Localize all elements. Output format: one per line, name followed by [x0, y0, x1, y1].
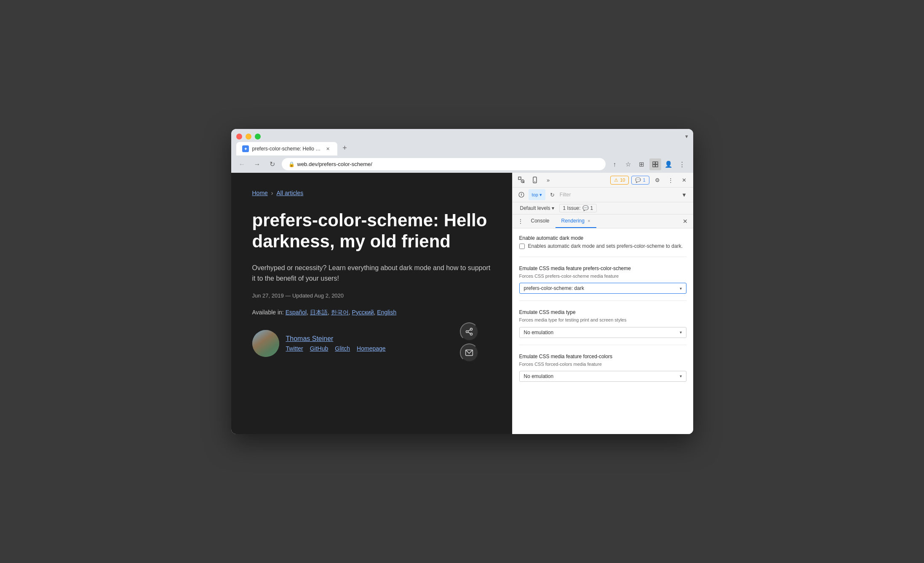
- author-glitch-link[interactable]: Glitch: [335, 345, 350, 352]
- rendering-tab-close[interactable]: ×: [588, 218, 590, 223]
- lang-english-link[interactable]: English: [377, 309, 396, 316]
- forward-button[interactable]: →: [251, 158, 263, 170]
- media-type-dropdown-arrow: ▾: [680, 330, 682, 335]
- author-avatar: [252, 330, 279, 357]
- toolbar: ← → ↻ 🔒 web.dev/prefers-color-scheme/ ↑ …: [231, 155, 693, 173]
- issues-label: 1 Issue:: [563, 205, 581, 211]
- author-homepage-link[interactable]: Homepage: [357, 345, 386, 352]
- svg-point-4: [470, 328, 472, 330]
- chat-count: 1: [643, 177, 645, 182]
- breadcrumb-articles-link[interactable]: All articles: [277, 190, 304, 196]
- devtools-forced-colors-section: Emulate CSS media feature forced-colors …: [519, 354, 686, 389]
- tab-close-button[interactable]: ✕: [325, 145, 331, 152]
- devtools-tab-menu-button[interactable]: ⋮: [516, 217, 525, 226]
- article-description: Overhyped or necessity? Learn everything…: [252, 263, 491, 284]
- email-article-button[interactable]: [460, 343, 478, 362]
- devtools-color-scheme-section: Emulate CSS media feature prefers-color-…: [519, 265, 686, 301]
- author-name-link[interactable]: Thomas Steiner: [286, 335, 386, 343]
- devtools-top-selector[interactable]: top ▾: [529, 189, 545, 200]
- back-button[interactable]: ←: [236, 158, 248, 170]
- lang-espanol-link[interactable]: Español: [286, 309, 307, 316]
- article-title: prefers-color-scheme: Hello darkness, my…: [252, 210, 491, 252]
- dark-mode-checkbox[interactable]: [519, 244, 525, 249]
- color-scheme-dropdown-arrow: ▾: [680, 286, 682, 291]
- close-window-button[interactable]: [236, 134, 242, 139]
- share-button[interactable]: ↑: [609, 158, 621, 170]
- forced-colors-dropdown[interactable]: No emulation ▾: [519, 371, 686, 382]
- author-twitter-link[interactable]: Twitter: [286, 345, 303, 352]
- breadcrumb: Home › All articles: [252, 190, 491, 196]
- devtools-inspector-button[interactable]: [516, 174, 527, 185]
- profile-button[interactable]: 👤: [663, 158, 675, 170]
- tab-title: prefers-color-scheme: Hello d...: [252, 146, 321, 152]
- author-section: Thomas Steiner Twitter GitHub Glitch Hom…: [252, 330, 386, 357]
- svg-rect-2: [653, 164, 655, 167]
- svg-line-7: [468, 332, 470, 333]
- devtools-panel-close-button[interactable]: ✕: [681, 217, 690, 226]
- devtools-more-panels-button[interactable]: »: [543, 174, 554, 185]
- devtools-filter-label: Filter: [560, 192, 571, 198]
- devtools-filter-toolbar: top ▾ ↻ Filter ▼: [513, 188, 693, 202]
- author-info: Thomas Steiner Twitter GitHub Glitch Hom…: [286, 335, 386, 352]
- available-in-label: Available in:: [252, 309, 284, 316]
- devtools-device-button[interactable]: [529, 174, 540, 185]
- breadcrumb-home-link[interactable]: Home: [252, 190, 268, 196]
- dropdown-btn[interactable]: ▾: [685, 133, 688, 139]
- color-scheme-dropdown[interactable]: prefers-color-scheme: dark ▾: [519, 283, 686, 294]
- browser-window: ▾ ✦ prefers-color-scheme: Hello d... ✕ +…: [231, 129, 693, 434]
- devtools-settings-button[interactable]: ⚙: [652, 174, 663, 185]
- article-languages: Available in: Español, 日本語, 한국어, Русский…: [252, 309, 491, 316]
- lang-russian-link[interactable]: Русский: [352, 309, 374, 316]
- content-area: Home › All articles prefers-color-scheme…: [231, 173, 693, 434]
- devtools-tabs: ⋮ Console Rendering × ✕: [513, 214, 693, 228]
- devtools-log-button[interactable]: [516, 189, 527, 200]
- maximize-window-button[interactable]: [255, 134, 261, 139]
- breadcrumb-separator: ›: [271, 190, 273, 196]
- share-article-button[interactable]: [460, 322, 478, 341]
- devtools-warning-badge[interactable]: ⚠ 10: [610, 176, 629, 185]
- tab-favicon: ✦: [242, 145, 249, 152]
- chat-icon-small: 💬: [582, 205, 589, 211]
- svg-point-16: [521, 193, 522, 194]
- minimize-window-button[interactable]: [246, 134, 251, 139]
- svg-rect-3: [655, 164, 658, 167]
- rendering-tab-label: Rendering: [561, 218, 585, 224]
- author-github-link[interactable]: GitHub: [310, 345, 328, 352]
- webpage-content: Home › All articles prefers-color-scheme…: [231, 173, 512, 434]
- lang-japanese-link[interactable]: 日本語: [310, 309, 328, 316]
- media-type-dropdown[interactable]: No emulation ▾: [519, 327, 686, 338]
- devtools-chat-badge[interactable]: 💬 1: [631, 176, 649, 185]
- console-tab-label: Console: [531, 218, 550, 224]
- address-bar[interactable]: 🔒 web.dev/prefers-color-scheme/: [282, 158, 606, 170]
- devtools-reload-button[interactable]: ↻: [547, 189, 558, 200]
- reload-button[interactable]: ↻: [267, 158, 278, 170]
- new-tab-button[interactable]: +: [339, 142, 351, 154]
- color-scheme-desc: Forces CSS prefers-color-scheme media fe…: [519, 273, 686, 279]
- devtools-console-tab[interactable]: Console: [525, 214, 555, 228]
- issues-count: 1: [590, 205, 593, 211]
- devtools-rendering-tab[interactable]: Rendering ×: [555, 214, 596, 228]
- extensions-button[interactable]: ⊞: [636, 158, 648, 170]
- default-levels-text: Default levels: [520, 205, 550, 211]
- devtools-issues-badge[interactable]: 1 Issue: 💬 1: [559, 204, 597, 212]
- svg-rect-1: [655, 162, 658, 164]
- devtools-icon-button[interactable]: [649, 158, 661, 170]
- devtools-issues-bar: Default levels ▾ 1 Issue: 💬 1: [513, 202, 693, 214]
- more-options-button[interactable]: ⋮: [676, 158, 688, 170]
- devtools-more-options-button[interactable]: ⋮: [665, 174, 676, 185]
- devtools-close-button[interactable]: ✕: [679, 174, 690, 185]
- forced-colors-title: Emulate CSS media feature forced-colors: [519, 354, 686, 359]
- lang-korean-link[interactable]: 한국어: [331, 309, 349, 316]
- active-tab[interactable]: ✦ prefers-color-scheme: Hello d... ✕: [236, 142, 337, 155]
- devtools-default-levels[interactable]: Default levels ▾: [518, 204, 557, 212]
- svg-rect-0: [653, 162, 655, 164]
- dark-mode-checkbox-row: Enables automatic dark mode and sets pre…: [519, 243, 686, 250]
- media-type-desc: Forces media type for testing print and …: [519, 317, 686, 323]
- svg-rect-12: [533, 177, 537, 183]
- devtools-more-icon: »: [547, 177, 550, 183]
- devtools-filter-options-button[interactable]: ▼: [679, 189, 690, 200]
- forced-colors-desc: Forces CSS forced-colors media feature: [519, 361, 686, 367]
- bookmark-button[interactable]: ☆: [622, 158, 634, 170]
- warning-icon: ⚠: [614, 177, 618, 183]
- devtools-rendering-content: Enable automatic dark mode Enables autom…: [513, 228, 693, 434]
